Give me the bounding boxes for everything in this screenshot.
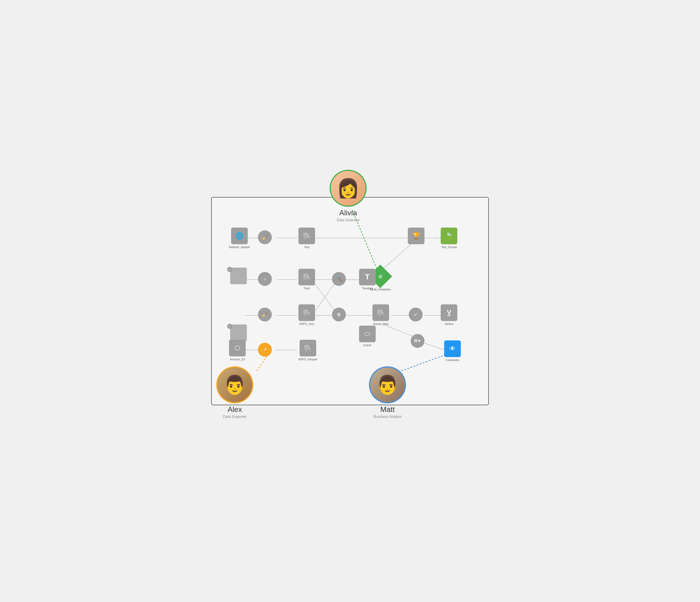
- joined-data-icon: 🐘: [372, 304, 389, 321]
- matt-role: Business Analyst: [374, 415, 402, 419]
- vertica-icon: V̲: [441, 304, 457, 321]
- joined-data-label: Joined_Data: [373, 322, 389, 326]
- alivia-person: 👩 Alivia Data Scientist: [330, 170, 367, 222]
- alex-person: 👨 Alex Data Engineer: [216, 366, 253, 419]
- teradata-icon: T: [359, 269, 376, 285]
- amazon-connector-icon: ↗: [258, 343, 272, 357]
- amazon-s3-node[interactable]: ⬡ Amazon_S3: [229, 340, 246, 361]
- oracle-label: Oracle: [363, 344, 371, 347]
- alivia-name: Alivia: [340, 209, 357, 217]
- hdfs-parquet-node[interactable]: 🐘 HDFS_Parquet: [298, 340, 317, 361]
- vertica-label: Vertica: [445, 322, 453, 326]
- matt-person: 👨 Matt Business Analyst: [369, 366, 406, 419]
- trophy-node[interactable]: 🏆: [408, 228, 424, 244]
- clean2-icon: 🧹: [258, 308, 272, 322]
- network-dataset-node[interactable]: 🌐 Network_dataset: [229, 228, 250, 249]
- filter-node[interactable]: ⬦: [258, 272, 272, 286]
- network-dataset-label: Network_dataset: [229, 246, 250, 249]
- oracle-badge: 2: [227, 324, 232, 329]
- test-scored-node[interactable]: 🍃 Test_Scored: [441, 228, 457, 249]
- hammer-icon: 🔨: [332, 272, 346, 286]
- test-scored-label: Test_Scored: [441, 246, 457, 249]
- test-node[interactable]: 🐘 Test: [298, 228, 315, 249]
- mllib-inner: ⊞: [378, 274, 382, 279]
- matt-name: Matt: [380, 405, 395, 414]
- trophy-icon: 🏆: [408, 228, 424, 244]
- amazon-connector-node[interactable]: ↗: [258, 343, 272, 357]
- hdfs-avro-label: HDFS_Avro: [299, 322, 314, 326]
- test-scored-icon: 🍃: [441, 228, 457, 244]
- hdfs-avro-icon: 🐘: [298, 304, 315, 321]
- cassandra-icon: 👁: [444, 341, 461, 357]
- vertica-check-node[interactable]: ✓: [409, 308, 423, 322]
- joined-data-node[interactable]: 🐘 Joined_Data: [372, 304, 389, 326]
- clean2-node[interactable]: 🧹: [258, 308, 272, 322]
- alivia-avatar: 👩: [330, 170, 367, 207]
- join-node[interactable]: ⊕: [332, 308, 346, 322]
- alivia-role: Data Scientist: [337, 218, 360, 222]
- svg-line-22: [401, 355, 445, 371]
- network-dataset-icon: 🌐: [231, 228, 248, 244]
- matt-avatar: 👨: [369, 366, 406, 403]
- amazon-s3-icon: ⬡: [229, 340, 246, 356]
- workflow-canvas: 🌐 Network_dataset 🧹 🐘 Test 🏆 🍃 Test_Scor…: [211, 197, 489, 405]
- join-icon: ⊕: [332, 308, 346, 322]
- r-script-icon: R✦: [410, 334, 424, 348]
- clean1-icon: 🧹: [258, 230, 272, 244]
- cassandra-node[interactable]: 👁 Cassandra: [444, 341, 461, 362]
- filter-icon: ⬦: [258, 272, 272, 286]
- test-label: Test: [304, 246, 309, 249]
- hdfs-parquet-icon: 🐘: [300, 340, 316, 356]
- alex-role: Data Engineer: [223, 415, 247, 419]
- hdfs-parquet-label: HDFS_Parquet: [298, 358, 317, 361]
- vertica-node[interactable]: V̲ Vertica: [441, 304, 457, 326]
- train-label: Train: [304, 287, 310, 290]
- amazon-s3-label: Amazon_S3: [230, 358, 245, 361]
- clean1-node[interactable]: 🧹: [258, 230, 272, 244]
- cassandra-label: Cassandra: [446, 358, 459, 362]
- hammer-node[interactable]: 🔨: [332, 272, 346, 286]
- train-icon: 🐘: [298, 269, 315, 285]
- alex-avatar: 👨: [216, 366, 253, 403]
- mllib-prediction-label: MLlib_Prediction: [370, 288, 391, 291]
- oracle-icon: ⬭: [359, 326, 376, 342]
- test-icon: 🐘: [298, 228, 315, 244]
- alex-name: Alex: [228, 405, 242, 414]
- r-script-node[interactable]: R✦: [410, 334, 424, 348]
- svg-line-23: [257, 354, 268, 371]
- hdfs-avro-node[interactable]: 🐘 HDFS_Avro: [298, 304, 315, 326]
- teradata-badge: 2: [227, 267, 232, 272]
- train-node[interactable]: 🐘 Train: [298, 269, 315, 290]
- vertica-check-icon: ✓: [409, 308, 423, 322]
- svg-line-20: [380, 243, 413, 272]
